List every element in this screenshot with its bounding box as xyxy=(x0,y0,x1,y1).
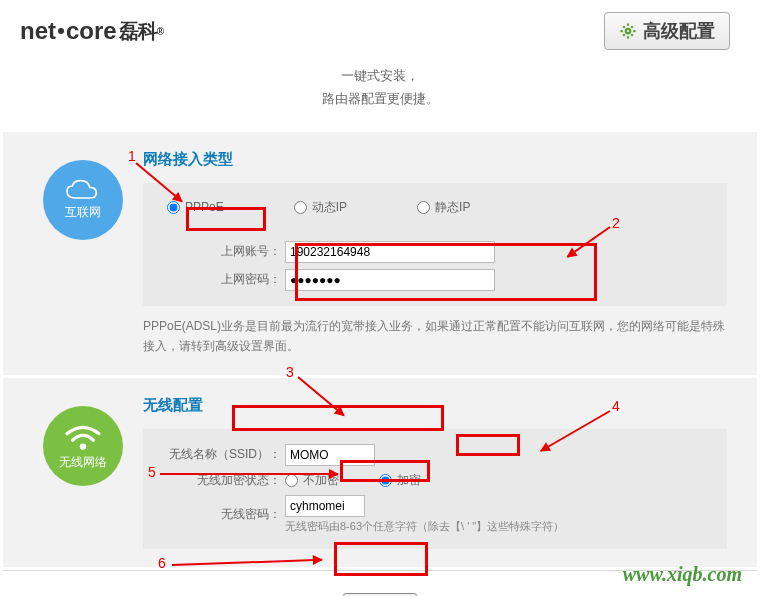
anno-box-5 xyxy=(340,460,430,482)
subtitle-line1: 一键式安装， xyxy=(0,64,760,87)
radio-enc-off-input[interactable] xyxy=(285,474,298,487)
radio-dynip-input[interactable] xyxy=(294,201,307,214)
anno-box-3 xyxy=(232,405,444,431)
brand-suffix: core xyxy=(66,17,117,45)
network-description: PPPoE(ADSL)业务是目前最为流行的宽带接入业务，如果通过正常配置不能访问… xyxy=(143,316,727,357)
account-label: 上网账号： xyxy=(151,243,285,260)
wifi-icon-label: 无线网络 xyxy=(59,454,107,471)
wireless-panel: 无线名称（SSID）： 无线加密状态： 不加密 加密 无线密码： 无线密码由8-… xyxy=(143,429,727,549)
wifi-circle-icon: 无线网络 xyxy=(43,406,123,486)
network-icon-wrap: 互联网 xyxy=(43,160,143,260)
net-password-label: 上网密码： xyxy=(151,271,285,288)
wifi-icon xyxy=(62,421,104,453)
advanced-settings-button[interactable]: 高级配置 xyxy=(604,12,730,50)
anno-num-6: 6 xyxy=(158,555,166,571)
internet-icon-label: 互联网 xyxy=(65,204,101,221)
anno-box-6 xyxy=(334,542,428,576)
ssid-label: 无线名称（SSID）： xyxy=(151,446,285,463)
advanced-label: 高级配置 xyxy=(643,19,715,43)
cloud-icon xyxy=(63,178,103,202)
wifi-password-input[interactable] xyxy=(285,495,365,517)
ssid-row: 无线名称（SSID）： xyxy=(151,441,709,469)
logo-dot-icon xyxy=(58,28,64,34)
gear-icon xyxy=(619,22,637,40)
watermark: www.xiqb.com xyxy=(623,563,742,586)
network-section-title: 网络接入类型 xyxy=(143,150,727,169)
save-button[interactable]: 保存生效 xyxy=(343,593,417,596)
anno-num-3: 3 xyxy=(286,364,294,380)
anno-num-5: 5 xyxy=(148,464,156,480)
wifi-password-row: 无线密码： 无线密码由8-63个任意字符（除去【\ ' "】这些特殊字符） xyxy=(151,492,709,537)
reg-mark: ® xyxy=(157,26,164,37)
anno-num-1: 1 xyxy=(128,148,136,164)
wifi-password-label: 无线密码： xyxy=(151,506,285,523)
anno-box-2 xyxy=(295,243,597,301)
anno-arrow-5 xyxy=(160,473,338,475)
subtitle: 一键式安装， 路由器配置更便捷。 xyxy=(0,58,760,129)
internet-circle-icon: 互联网 xyxy=(43,160,123,240)
svg-point-0 xyxy=(626,29,631,34)
subtitle-line2: 路由器配置更便捷。 xyxy=(0,87,760,110)
header: net core 磊科 ® 高级配置 xyxy=(0,0,760,58)
radio-dynip[interactable]: 动态IP xyxy=(294,199,347,216)
anno-num-4: 4 xyxy=(612,398,620,414)
wifi-password-hint: 无线密码由8-63个任意字符（除去【\ ' "】这些特殊字符） xyxy=(285,519,564,534)
wireless-icon-wrap: 无线网络 xyxy=(43,406,143,506)
svg-point-1 xyxy=(80,443,86,449)
brand-cn: 磊科 xyxy=(119,18,157,45)
brand-prefix: net xyxy=(20,17,56,45)
radio-static[interactable]: 静态IP xyxy=(417,199,470,216)
brand-logo: net core 磊科 ® xyxy=(20,17,164,45)
enc-state-row: 无线加密状态： 不加密 加密 xyxy=(151,469,709,492)
anno-box-1 xyxy=(186,207,266,231)
radio-static-input[interactable] xyxy=(417,201,430,214)
anno-num-2: 2 xyxy=(612,215,620,231)
anno-box-4 xyxy=(456,434,520,456)
